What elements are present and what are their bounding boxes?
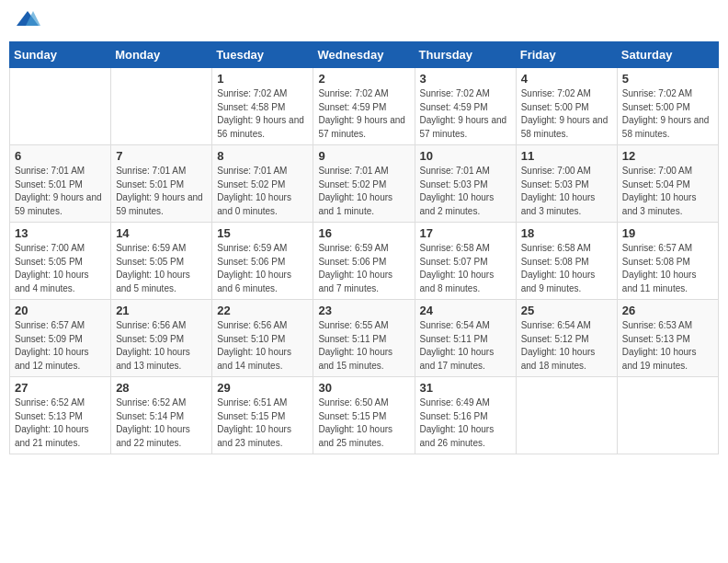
day-cell: 10Sunrise: 7:01 AM Sunset: 5:03 PM Dayli… [415, 145, 516, 223]
day-cell: 16Sunrise: 6:59 AM Sunset: 5:06 PM Dayli… [313, 223, 415, 300]
header [9, 9, 719, 34]
day-number: 11 [521, 149, 612, 163]
day-cell: 6Sunrise: 7:01 AM Sunset: 5:01 PM Daylig… [10, 145, 111, 223]
day-info: Sunrise: 6:57 AM Sunset: 5:09 PM Dayligh… [15, 319, 106, 373]
day-cell: 21Sunrise: 6:56 AM Sunset: 5:09 PM Dayli… [111, 300, 212, 377]
day-info: Sunrise: 6:58 AM Sunset: 5:08 PM Dayligh… [521, 242, 612, 295]
day-cell: 3Sunrise: 7:02 AM Sunset: 4:59 PM Daylig… [415, 68, 516, 145]
day-number: 18 [521, 226, 612, 240]
logo [13, 9, 40, 34]
day-cell: 22Sunrise: 6:56 AM Sunset: 5:10 PM Dayli… [212, 300, 313, 377]
day-cell: 30Sunrise: 6:50 AM Sunset: 5:15 PM Dayli… [313, 377, 415, 454]
day-number: 27 [15, 381, 106, 395]
day-cell: 29Sunrise: 6:51 AM Sunset: 5:15 PM Dayli… [212, 377, 313, 454]
day-info: Sunrise: 7:02 AM Sunset: 4:58 PM Dayligh… [217, 87, 308, 141]
day-number: 16 [318, 226, 409, 240]
day-cell: 15Sunrise: 6:59 AM Sunset: 5:06 PM Dayli… [212, 223, 313, 300]
day-info: Sunrise: 6:54 AM Sunset: 5:11 PM Dayligh… [420, 319, 511, 373]
day-number: 29 [217, 381, 308, 395]
day-number: 28 [116, 381, 207, 395]
day-cell: 20Sunrise: 6:57 AM Sunset: 5:09 PM Dayli… [10, 300, 111, 377]
day-info: Sunrise: 6:52 AM Sunset: 5:13 PM Dayligh… [15, 396, 106, 450]
day-number: 25 [521, 304, 612, 317]
day-info: Sunrise: 7:02 AM Sunset: 4:59 PM Dayligh… [318, 87, 409, 141]
day-number: 2 [318, 72, 409, 86]
day-number: 22 [217, 304, 308, 317]
day-number: 20 [15, 304, 106, 317]
day-cell: 4Sunrise: 7:02 AM Sunset: 5:00 PM Daylig… [516, 68, 617, 145]
day-cell: 1Sunrise: 7:02 AM Sunset: 4:58 PM Daylig… [212, 68, 313, 145]
day-cell: 9Sunrise: 7:01 AM Sunset: 5:02 PM Daylig… [313, 145, 415, 223]
day-cell: 17Sunrise: 6:58 AM Sunset: 5:07 PM Dayli… [415, 223, 516, 300]
week-row-4: 20Sunrise: 6:57 AM Sunset: 5:09 PM Dayli… [10, 300, 719, 377]
week-row-1: 1Sunrise: 7:02 AM Sunset: 4:58 PM Daylig… [10, 68, 719, 145]
day-info: Sunrise: 6:59 AM Sunset: 5:05 PM Dayligh… [116, 242, 207, 295]
col-header-tuesday: Tuesday [212, 42, 313, 68]
day-info: Sunrise: 6:59 AM Sunset: 5:06 PM Dayligh… [318, 242, 409, 295]
day-number: 6 [15, 149, 106, 163]
day-cell: 31Sunrise: 6:49 AM Sunset: 5:16 PM Dayli… [415, 377, 516, 454]
day-info: Sunrise: 7:01 AM Sunset: 5:02 PM Dayligh… [318, 165, 409, 218]
calendar-header-row: SundayMondayTuesdayWednesdayThursdayFrid… [10, 42, 719, 68]
col-header-monday: Monday [111, 42, 212, 68]
day-number: 8 [217, 149, 308, 163]
day-info: Sunrise: 6:56 AM Sunset: 5:10 PM Dayligh… [217, 319, 308, 373]
day-cell: 2Sunrise: 7:02 AM Sunset: 4:59 PM Daylig… [313, 68, 415, 145]
day-number: 24 [420, 304, 511, 317]
col-header-saturday: Saturday [617, 42, 718, 68]
day-info: Sunrise: 6:52 AM Sunset: 5:14 PM Dayligh… [116, 396, 207, 450]
day-cell: 14Sunrise: 6:59 AM Sunset: 5:05 PM Dayli… [111, 223, 212, 300]
col-header-wednesday: Wednesday [313, 42, 415, 68]
day-info: Sunrise: 6:51 AM Sunset: 5:15 PM Dayligh… [217, 396, 308, 450]
day-number: 10 [420, 149, 511, 163]
day-cell: 18Sunrise: 6:58 AM Sunset: 5:08 PM Dayli… [516, 223, 617, 300]
day-info: Sunrise: 7:00 AM Sunset: 5:04 PM Dayligh… [622, 165, 713, 218]
day-number: 17 [420, 226, 511, 240]
col-header-friday: Friday [516, 42, 617, 68]
day-info: Sunrise: 7:01 AM Sunset: 5:03 PM Dayligh… [420, 165, 511, 218]
day-info: Sunrise: 7:02 AM Sunset: 4:59 PM Dayligh… [420, 87, 511, 141]
day-number: 12 [622, 149, 713, 163]
week-row-5: 27Sunrise: 6:52 AM Sunset: 5:13 PM Dayli… [10, 377, 719, 454]
day-cell: 7Sunrise: 7:01 AM Sunset: 5:01 PM Daylig… [111, 145, 212, 223]
calendar: SundayMondayTuesdayWednesdayThursdayFrid… [9, 41, 719, 454]
day-info: Sunrise: 7:01 AM Sunset: 5:01 PM Dayligh… [116, 165, 207, 218]
day-info: Sunrise: 6:59 AM Sunset: 5:06 PM Dayligh… [217, 242, 308, 295]
day-cell: 19Sunrise: 6:57 AM Sunset: 5:08 PM Dayli… [617, 223, 718, 300]
day-number: 3 [420, 72, 511, 86]
day-cell [617, 377, 718, 454]
day-cell: 13Sunrise: 7:00 AM Sunset: 5:05 PM Dayli… [10, 223, 111, 300]
day-cell: 12Sunrise: 7:00 AM Sunset: 5:04 PM Dayli… [617, 145, 718, 223]
day-cell: 8Sunrise: 7:01 AM Sunset: 5:02 PM Daylig… [212, 145, 313, 223]
day-info: Sunrise: 6:49 AM Sunset: 5:16 PM Dayligh… [420, 396, 511, 450]
day-cell: 24Sunrise: 6:54 AM Sunset: 5:11 PM Dayli… [415, 300, 516, 377]
day-cell [111, 68, 212, 145]
day-info: Sunrise: 7:00 AM Sunset: 5:05 PM Dayligh… [15, 242, 106, 295]
day-cell: 23Sunrise: 6:55 AM Sunset: 5:11 PM Dayli… [313, 300, 415, 377]
week-row-3: 13Sunrise: 7:00 AM Sunset: 5:05 PM Dayli… [10, 223, 719, 300]
col-header-sunday: Sunday [10, 42, 111, 68]
day-number: 23 [318, 304, 409, 317]
day-cell [10, 68, 111, 145]
day-number: 19 [622, 226, 713, 240]
day-cell: 11Sunrise: 7:00 AM Sunset: 5:03 PM Dayli… [516, 145, 617, 223]
day-info: Sunrise: 6:57 AM Sunset: 5:08 PM Dayligh… [622, 242, 713, 295]
day-number: 13 [15, 226, 106, 240]
logo-icon [15, 9, 40, 29]
day-number: 14 [116, 226, 207, 240]
day-cell: 25Sunrise: 6:54 AM Sunset: 5:12 PM Dayli… [516, 300, 617, 377]
day-cell: 26Sunrise: 6:53 AM Sunset: 5:13 PM Dayli… [617, 300, 718, 377]
day-info: Sunrise: 7:02 AM Sunset: 5:00 PM Dayligh… [521, 87, 612, 141]
day-number: 4 [521, 72, 612, 86]
day-number: 7 [116, 149, 207, 163]
day-number: 1 [217, 72, 308, 86]
day-number: 5 [622, 72, 713, 86]
day-number: 15 [217, 226, 308, 240]
day-info: Sunrise: 6:53 AM Sunset: 5:13 PM Dayligh… [622, 319, 713, 373]
day-info: Sunrise: 6:55 AM Sunset: 5:11 PM Dayligh… [318, 319, 409, 373]
day-cell: 28Sunrise: 6:52 AM Sunset: 5:14 PM Dayli… [111, 377, 212, 454]
day-number: 21 [116, 304, 207, 317]
col-header-thursday: Thursday [415, 42, 516, 68]
day-info: Sunrise: 6:54 AM Sunset: 5:12 PM Dayligh… [521, 319, 612, 373]
day-info: Sunrise: 6:58 AM Sunset: 5:07 PM Dayligh… [420, 242, 511, 295]
